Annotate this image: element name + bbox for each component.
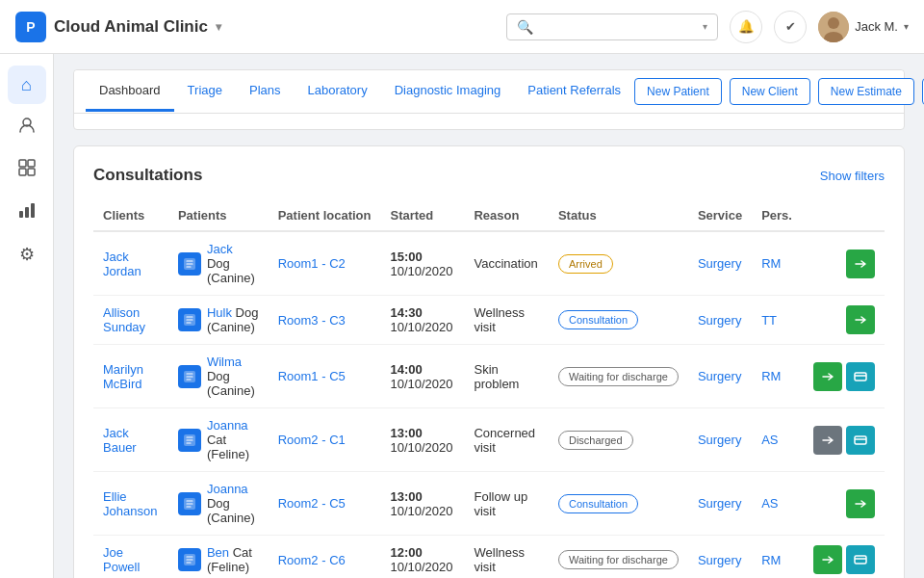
client-cell: Jack Bauer (93, 408, 168, 472)
sidebar-item-settings[interactable]: ⚙ (8, 235, 46, 274)
svg-rect-19 (855, 556, 866, 564)
show-filters-button[interactable]: Show filters (820, 169, 885, 183)
location-link[interactable]: Room2 - C1 (278, 433, 346, 447)
user-dropdown-icon: ▾ (904, 21, 909, 32)
table-row: Ellie Johanson Joanna Dog (Canine) Room2… (93, 472, 885, 536)
client-cell: Marilyn McBird (93, 345, 168, 408)
client-link[interactable]: Jack Jordan (103, 250, 141, 278)
actions-cell (802, 231, 885, 296)
col-status: Status (549, 200, 688, 231)
client-link[interactable]: Joe Powell (103, 545, 140, 574)
top-nav: P Cloud Animal Clinic ▾ 🔍 ▾ 🔔 ✔ Jack M. … (0, 0, 924, 54)
started-cell: 12:00 10/10/2020 (380, 536, 464, 579)
consultations-card: Consultations Show filters Clients Patie… (73, 145, 905, 578)
tab-plans[interactable]: Plans (236, 71, 295, 112)
pers-link[interactable]: AS (761, 433, 778, 447)
sidebar-item-patients[interactable] (8, 108, 46, 146)
service-link[interactable]: Surgery (698, 553, 742, 567)
svg-rect-9 (25, 207, 29, 218)
consultations-table: Clients Patients Patient location Starte… (93, 200, 885, 578)
client-link[interactable]: Marilyn McBird (103, 362, 143, 391)
notifications-button[interactable]: 🔔 (730, 11, 762, 43)
pers-link[interactable]: RM (761, 369, 781, 383)
patient-name-link[interactable]: Jack (207, 242, 233, 256)
new-estimate-button[interactable]: New Estimate (818, 78, 914, 105)
location-link[interactable]: Room1 - C5 (278, 369, 346, 383)
patient-name-link[interactable]: Joanna (207, 482, 248, 496)
sidebar-item-grid[interactable] (8, 150, 46, 189)
location-link[interactable]: Room2 - C5 (278, 496, 346, 511)
action-button-link[interactable] (813, 362, 842, 391)
table-row: Jack Bauer Joanna Cat (Feline) Room2 - C… (93, 408, 885, 472)
table-row: Jack Jordan Jack Dog (Canine) Room1 - C2… (93, 231, 885, 296)
service-link[interactable]: Surgery (698, 496, 742, 511)
table-row: Joe Powell Ben Cat (Feline) Room2 - C6 1… (93, 536, 885, 579)
service-link[interactable]: Surgery (698, 256, 742, 271)
reason-cell: Vaccination (464, 231, 548, 296)
action-button-disabled[interactable] (813, 426, 842, 455)
check-button[interactable]: ✔ (774, 11, 807, 43)
chart-icon (18, 201, 36, 223)
service-link[interactable]: Surgery (698, 313, 742, 328)
location-link[interactable]: Room3 - C3 (278, 313, 346, 328)
svg-rect-6 (19, 169, 26, 175)
service-link[interactable]: Surgery (698, 433, 742, 447)
tab-laboratory[interactable]: Laboratory (295, 71, 381, 112)
client-link[interactable]: Jack Bauer (103, 426, 137, 455)
pers-cell: RM (752, 536, 802, 579)
patients-icon (17, 116, 37, 140)
service-link[interactable]: Surgery (698, 369, 742, 383)
pers-link[interactable]: RM (761, 553, 781, 567)
sidebar-item-chart[interactable] (8, 193, 46, 231)
pers-link[interactable]: TT (761, 313, 777, 328)
search-icon: 🔍 (517, 19, 533, 35)
client-cell: Jack Jordan (93, 231, 168, 296)
action-button-card[interactable] (846, 545, 875, 574)
user-menu[interactable]: Jack M. ▾ (818, 12, 909, 42)
patient-name-link[interactable]: Joanna (207, 418, 248, 433)
patient-name-link[interactable]: Hulk (207, 305, 232, 320)
main-layout: ⌂ (0, 54, 924, 578)
patient-cell: Joanna Cat (Feline) (168, 408, 269, 472)
status-cell: Consultation (549, 472, 688, 536)
search-input[interactable] (539, 19, 697, 34)
new-patient-button[interactable]: New Patient (634, 78, 722, 105)
action-button-card[interactable] (846, 426, 875, 455)
patient-icon (178, 548, 201, 571)
sidebar-item-home[interactable]: ⌂ (8, 66, 46, 104)
svg-rect-8 (19, 211, 23, 218)
actions-cell (802, 408, 885, 472)
col-patients: Patients (168, 200, 269, 231)
title-dropdown-icon[interactable]: ▾ (216, 20, 221, 34)
action-button-card[interactable] (846, 362, 875, 391)
location-cell: Room1 - C5 (269, 345, 381, 408)
pers-link[interactable]: AS (761, 496, 778, 511)
reason-cell: Concerned visit (464, 408, 548, 472)
client-link[interactable]: Ellie Johanson (103, 489, 157, 518)
action-button-link[interactable] (846, 250, 875, 278)
service-cell: Surgery (688, 408, 752, 472)
home-icon: ⌂ (21, 75, 32, 95)
new-client-button[interactable]: New Client (730, 78, 810, 105)
action-button-link[interactable] (813, 545, 842, 574)
action-button-link[interactable] (846, 305, 875, 334)
location-link[interactable]: Room2 - C6 (278, 553, 346, 567)
tab-diagnostic[interactable]: Diagnostic Imaging (381, 71, 515, 112)
tab-dashboard[interactable]: Dashboard (86, 71, 174, 112)
app-logo[interactable]: P Cloud Animal Clinic ▾ (15, 12, 221, 42)
patient-name-link[interactable]: Wilma (207, 355, 242, 369)
patient-name-link[interactable]: Ben (207, 545, 229, 560)
search-bar[interactable]: 🔍 ▾ (506, 13, 718, 40)
status-cell: Discharged (549, 408, 688, 472)
location-cell: Room1 - C2 (269, 231, 381, 296)
search-dropdown-icon[interactable]: ▾ (703, 21, 707, 32)
tab-triage[interactable]: Triage (174, 71, 236, 112)
sidebar: ⌂ (0, 54, 54, 578)
client-link[interactable]: Allison Sunday (103, 305, 145, 334)
action-button-link[interactable] (846, 489, 875, 518)
tab-referrals[interactable]: Patient Referrals (514, 71, 634, 112)
reason-cell: Follow up visit (464, 472, 548, 536)
location-link[interactable]: Room1 - C2 (278, 256, 346, 271)
pers-link[interactable]: RM (761, 256, 781, 271)
status-badge: Discharged (558, 431, 633, 450)
